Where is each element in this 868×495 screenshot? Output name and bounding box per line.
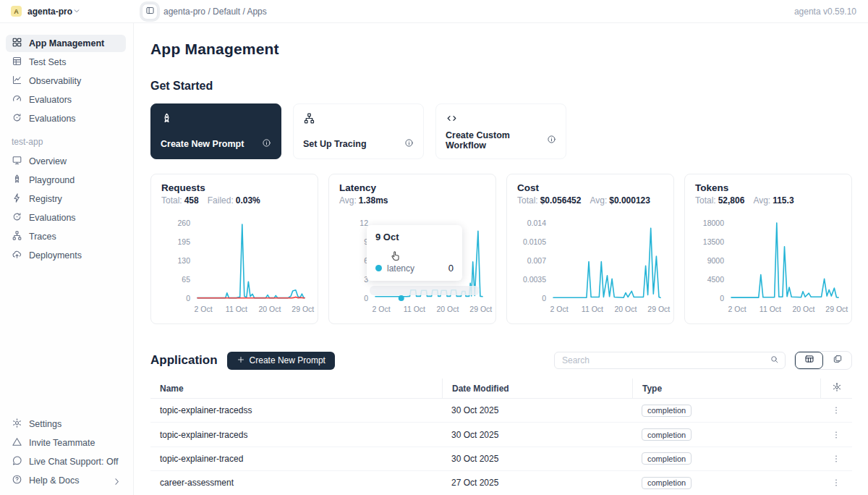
tokens-chart-title: Tokens bbox=[695, 182, 841, 193]
requests-chart-title: Requests bbox=[161, 182, 307, 193]
application-header: Application Create New Prompt bbox=[150, 351, 852, 370]
header-name[interactable]: Name bbox=[150, 378, 442, 398]
latency-chart-card: Latency Avg:1.38ms0369122 Oct11 Oct20 Oc… bbox=[328, 174, 496, 324]
sidebar-item-settings[interactable]: Settings bbox=[6, 415, 126, 433]
sidebar-main-nav: App Management Test Sets Observability E… bbox=[6, 35, 126, 127]
sidebar-item-deployments[interactable]: Deployments bbox=[6, 247, 126, 264]
plus-icon bbox=[237, 355, 245, 366]
applications-table: Name Date Modified Type topic-explainer-… bbox=[150, 378, 852, 495]
metric-charts: Requests Total:458Failed:0.03%0651301952… bbox=[150, 174, 852, 324]
svg-text:29 Oct: 29 Oct bbox=[647, 305, 670, 313]
cost-chart-stats: Total:$0.056452Avg:$0.000123 bbox=[517, 195, 663, 206]
table-view-icon bbox=[804, 354, 814, 367]
set-up-tracing-card[interactable]: Set Up Tracing bbox=[293, 103, 424, 159]
card-view-button[interactable] bbox=[823, 352, 851, 369]
type-badge: completion bbox=[642, 428, 692, 441]
sidebar-item-evaluations[interactable]: Evaluations bbox=[6, 110, 126, 127]
page: A agenta-pro agenta-pro / Default / Apps… bbox=[0, 0, 868, 495]
create-new-prompt-button[interactable]: Create New Prompt bbox=[227, 352, 335, 370]
svg-text:20 Oct: 20 Oct bbox=[258, 305, 281, 313]
tree-icon bbox=[303, 112, 414, 127]
breadcrumb: agenta-pro / Default / Apps bbox=[163, 7, 267, 17]
create-custom-workflow-card[interactable]: Create Custom Workflow bbox=[435, 103, 566, 159]
row-menu-button[interactable] bbox=[820, 478, 852, 488]
sidebar-app-nav: Overview Playground Registry Evaluations… bbox=[6, 153, 126, 264]
requests-chart-stats: Total:458Failed:0.03% bbox=[161, 195, 307, 206]
sidebar-toggle-button[interactable] bbox=[142, 4, 158, 20]
version-label: agenta v0.59.10 bbox=[794, 7, 856, 17]
get-started-title: Get Started bbox=[150, 80, 852, 93]
table-row[interactable]: career-assessment 27 Oct 2025 completion bbox=[150, 471, 852, 495]
rocket-icon bbox=[161, 112, 271, 127]
row-menu-button[interactable] bbox=[820, 430, 852, 440]
svg-text:20 Oct: 20 Oct bbox=[436, 305, 459, 313]
table-row[interactable]: topic-explainer-traceds 30 Oct 2025 comp… bbox=[150, 423, 852, 447]
svg-text:2 Oct: 2 Oct bbox=[194, 305, 212, 313]
type-badge: completion bbox=[642, 477, 692, 489]
svg-text:18000: 18000 bbox=[703, 219, 724, 227]
sidebar-item-test-sets[interactable]: Test Sets bbox=[6, 54, 126, 71]
svg-text:9000: 9000 bbox=[707, 256, 725, 265]
search-box[interactable] bbox=[554, 352, 786, 369]
info-icon bbox=[262, 138, 271, 151]
rocket-icon bbox=[12, 174, 22, 187]
gauge-icon bbox=[12, 93, 22, 106]
cost-chart-title: Cost bbox=[517, 182, 663, 193]
refresh-dot-icon bbox=[12, 112, 22, 125]
sidebar-item-registry[interactable]: Registry bbox=[6, 190, 126, 208]
table-view-button[interactable] bbox=[795, 352, 823, 369]
sidebar-item-traces[interactable]: Traces bbox=[6, 228, 126, 245]
sidebar-item-evaluations[interactable]: Evaluations bbox=[6, 209, 126, 227]
card-view-icon bbox=[833, 354, 843, 367]
monitor-icon bbox=[12, 155, 22, 168]
table-list-icon bbox=[12, 56, 22, 69]
sidebar-item-invite-teammate[interactable]: Invite Teammate bbox=[6, 434, 126, 452]
chat-icon bbox=[12, 455, 22, 468]
search-input[interactable] bbox=[562, 355, 770, 365]
header-settings[interactable] bbox=[820, 378, 852, 398]
svg-text:65: 65 bbox=[182, 275, 190, 284]
tooltip-value: 0 bbox=[448, 263, 454, 274]
header-type[interactable]: Type bbox=[632, 378, 820, 398]
latency-chart-stats: Avg:1.38ms bbox=[339, 195, 485, 206]
info-icon bbox=[547, 134, 556, 147]
svg-text:195: 195 bbox=[177, 237, 190, 246]
latency-chart-title: Latency bbox=[339, 182, 485, 193]
cell-name: topic-explainer-traceds bbox=[150, 430, 442, 440]
cost-chart[interactable]: 00.00350.0070.01050.0142 Oct11 Oct20 Oct… bbox=[517, 210, 665, 318]
create-new-prompt-card[interactable]: Create New Prompt bbox=[150, 103, 281, 159]
sidebar-item-app-management[interactable]: App Management bbox=[6, 35, 126, 52]
svg-text:0: 0 bbox=[720, 294, 724, 302]
svg-text:13500: 13500 bbox=[703, 237, 724, 246]
sidebar-item-evaluators[interactable]: Evaluators bbox=[6, 91, 126, 109]
row-menu-button[interactable] bbox=[820, 454, 852, 464]
org-switcher[interactable]: A agenta-pro bbox=[0, 5, 134, 18]
view-toggle bbox=[794, 351, 852, 370]
main-content: App Management Get Started Create New Pr… bbox=[134, 23, 868, 495]
row-menu-button[interactable] bbox=[820, 405, 852, 415]
svg-text:29 Oct: 29 Oct bbox=[469, 305, 492, 313]
svg-text:4500: 4500 bbox=[707, 275, 725, 284]
svg-text:2 Oct: 2 Oct bbox=[550, 305, 568, 313]
header-date-modified[interactable]: Date Modified bbox=[442, 378, 632, 398]
tokens-chart[interactable]: 04500900013500180002 Oct11 Oct20 Oct29 O… bbox=[695, 210, 843, 318]
sidebar-item-live-chat-support-off[interactable]: Live Chat Support: Off bbox=[6, 453, 126, 470]
chevron-right-icon bbox=[111, 476, 120, 485]
svg-text:0.0035: 0.0035 bbox=[523, 275, 546, 284]
info-icon bbox=[404, 138, 414, 151]
sidebar-item-playground[interactable]: Playground bbox=[6, 172, 126, 189]
svg-text:2 Oct: 2 Oct bbox=[372, 305, 390, 313]
requests-chart[interactable]: 0651301952602 Oct11 Oct20 Oct29 Oct bbox=[161, 210, 309, 318]
sidebar-item-help-docs[interactable]: Help & Docs bbox=[6, 472, 126, 489]
sidebar-item-observability[interactable]: Observability bbox=[6, 72, 126, 90]
sidebar-item-overview[interactable]: Overview bbox=[6, 153, 126, 170]
org-name: agenta-pro bbox=[27, 7, 72, 17]
grid-icon bbox=[12, 37, 22, 50]
svg-text:12: 12 bbox=[359, 219, 368, 227]
table-row[interactable]: topic-explainer-tracedss 30 Oct 2025 com… bbox=[150, 399, 852, 423]
table-row[interactable]: topic-explainer-traced 30 Oct 2025 compl… bbox=[150, 447, 852, 471]
refresh-dot-icon bbox=[12, 211, 22, 224]
search-icon bbox=[770, 354, 779, 367]
cell-date-modified: 27 Oct 2025 bbox=[442, 478, 632, 488]
sidebar-section-label: test-app bbox=[12, 137, 126, 147]
